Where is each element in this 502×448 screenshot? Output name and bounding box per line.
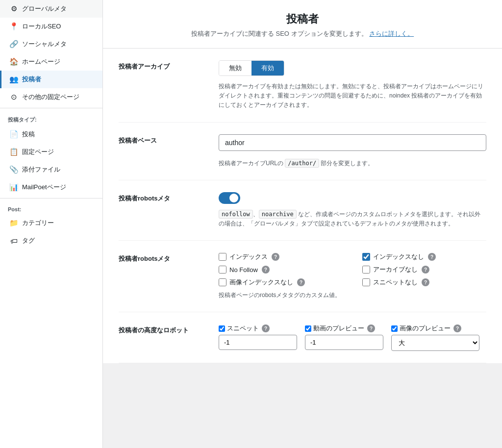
author-robots-meta-label: 投稿者robotsメタ [119, 252, 207, 263]
mailpoet-icon: 📊 [9, 183, 18, 192]
archive-enabled-button[interactable]: 有効 [251, 61, 284, 75]
image-preview-checkbox[interactable] [391, 325, 398, 332]
snippet-help-icon[interactable]: ? [262, 324, 270, 332]
sidebar-item-homepage[interactable]: 🏠 ホームページ [0, 53, 102, 71]
toggle-thumb [229, 194, 238, 202]
author-robots-meta-control: インデックス ? インデックスなし ? No Follow ? [219, 252, 486, 300]
page-subtitle: 投稿者アーカイブに関連する SEO オプションを変更します。 さらに詳しく。 [119, 29, 486, 38]
sidebar-item-label: カテゴリー [22, 219, 54, 227]
video-preview-group: 動画のプレビュー ? [305, 324, 383, 350]
page-wrapper: ⚙ グローバルメタ 📍 ローカルSEO 🔗 ソーシャルメタ 🏠 ホームページ 👥… [0, 0, 502, 448]
noimageindex-label: 画像インデックスなし [229, 278, 293, 287]
robots-meta-description: nofollow、noarchive など、作成者ページのカスタムロボットメタを… [219, 210, 486, 228]
author-robots-toggle-label: 投稿者robotsメタ [119, 192, 207, 203]
image-preview-group: 画像のプレビュー ? なし 標準 大 [391, 324, 479, 351]
post-icon: 📄 [9, 130, 18, 139]
sidebar-item-mailpoet[interactable]: 📊 MailPoetページ [0, 178, 102, 196]
noarchive-checkbox[interactable] [362, 266, 370, 274]
content-area: 投稿者アーカイブ 無効 有効 投稿者アーカイブを有効または無効にします。無効にす… [103, 49, 502, 363]
author-archive-control: 無効 有効 投稿者アーカイブを有効または無効にします。無効にすると、投稿者アーカ… [219, 60, 486, 110]
author-robots-toggle-row: 投稿者robotsメタ nofollow、noarchive など、作成者ページ… [119, 180, 486, 241]
nofollow-code: nofollow [219, 210, 253, 219]
sidebar-item-global-meta[interactable]: ⚙ グローバルメタ [0, 0, 102, 18]
sidebar-item-social-meta[interactable]: 🔗 ソーシャルメタ [0, 35, 102, 53]
snippet-label: スニペット ? [219, 324, 297, 333]
sidebar-item-label: 投稿 [22, 130, 35, 139]
author-robots-toggle-control: nofollow、noarchive など、作成者ページのカスタムロボットメタを… [219, 192, 486, 228]
sidebar-item-label: ローカルSEO [22, 22, 61, 31]
robots-meta-toggle[interactable] [219, 192, 240, 204]
nofollow-label: No Follow [229, 266, 258, 274]
sidebar-item-other-pages[interactable]: ⊙ その他の固定ページ [0, 88, 102, 106]
author-robots-meta-row: 投稿者robotsメタ インデックス ? インデックスなし ? [119, 241, 486, 312]
video-preview-label-text: 動画のプレビュー [313, 324, 364, 333]
home-icon: 🏠 [9, 57, 18, 66]
sidebar-item-categories[interactable]: 📁 カテゴリー [0, 214, 102, 232]
post-types-label: 投稿タイプ: [0, 110, 102, 125]
sidebar-item-label: タグ [22, 236, 35, 245]
robots-checkbox-grid: インデックス ? インデックスなし ? No Follow ? [219, 252, 486, 287]
author-archive-label: 投稿者アーカイブ [119, 60, 207, 71]
sidebar-divider [0, 108, 102, 108]
sidebar-item-posts[interactable]: 📄 投稿 [0, 125, 102, 143]
archive-disabled-button[interactable]: 無効 [219, 61, 251, 75]
nofollow-help-icon[interactable]: ? [262, 266, 270, 274]
video-preview-label: 動画のプレビュー ? [305, 324, 383, 333]
tag-icon: 🏷 [9, 236, 18, 245]
attachment-icon: 📎 [9, 165, 18, 174]
sidebar-item-label: ソーシャルメタ [22, 40, 67, 49]
noindex-checkbox[interactable] [362, 253, 370, 261]
sidebar-item-pages[interactable]: 📋 固定ページ [0, 143, 102, 161]
learn-more-link[interactable]: さらに詳しく。 [369, 30, 414, 37]
sidebar-item-label: 固定ページ [22, 148, 54, 156]
folder-icon: 📁 [9, 219, 18, 227]
image-preview-help-icon[interactable]: ? [453, 324, 461, 332]
page-header: 投稿者 投稿者アーカイブに関連する SEO オプションを変更します。 さらに詳し… [103, 0, 502, 49]
nofollow-checkbox[interactable] [219, 266, 226, 274]
author-base-row: 投稿者ベース 投稿者アーカイブURLの /author/ 部分を変更します。 [119, 123, 486, 180]
sidebar-item-attachments[interactable]: 📎 添付ファイル [0, 161, 102, 178]
toggle-track [219, 192, 240, 204]
noarchive-code: noarchive [259, 210, 297, 219]
sidebar-item-label: MailPoetページ [22, 183, 66, 192]
nosnippet-checkbox[interactable] [362, 278, 370, 286]
archive-description: 投稿者アーカイブを有効または無効にします。無効にすると、投稿者アーカイブはホーム… [219, 82, 486, 110]
index-checkbox[interactable] [219, 253, 226, 261]
advanced-robots-label: 投稿者の高度なロボット [119, 324, 207, 335]
image-preview-select[interactable]: なし 標準 大 [391, 335, 479, 351]
post-label: Post: [0, 200, 102, 214]
gear-icon: ⚙ [9, 4, 18, 13]
author-base-input[interactable] [219, 134, 486, 151]
snippet-checkbox[interactable] [219, 325, 225, 332]
author-base-description: 投稿者アーカイブURLの /author/ 部分を変更します。 [219, 159, 486, 168]
robots-meta-custom-description: 投稿者ページのrobotsメタタグのカスタム値。 [219, 291, 486, 300]
noimageindex-checkbox[interactable] [219, 278, 226, 286]
index-help-icon[interactable]: ? [272, 253, 279, 261]
checkbox-noindex: インデックスなし ? [362, 252, 486, 261]
advanced-robots-control: スニペット ? 動画のプレビュー ? [219, 324, 486, 351]
archive-toggle-group: 無効 有効 [219, 60, 284, 76]
noarchive-help-icon[interactable]: ? [422, 266, 429, 274]
video-preview-help-icon[interactable]: ? [367, 324, 375, 332]
checkbox-nofollow: No Follow ? [219, 265, 343, 274]
snippet-label-text: スニペット [227, 324, 259, 333]
noimageindex-help-icon[interactable]: ? [297, 278, 305, 286]
noindex-help-icon[interactable]: ? [428, 253, 436, 261]
sidebar-item-label: 添付ファイル [22, 165, 60, 174]
nosnippet-help-icon[interactable]: ? [422, 278, 429, 286]
sidebar-item-tags[interactable]: 🏷 タグ [0, 232, 102, 249]
people-icon: 👥 [9, 75, 18, 84]
sidebar-item-author[interactable]: 👥 投稿者 [0, 71, 102, 88]
robots-toggle-wrapper [219, 192, 486, 204]
sidebar-item-local-seo[interactable]: 📍 ローカルSEO [0, 18, 102, 35]
noarchive-label: アーカイブなし [373, 265, 418, 274]
advanced-robots-inputs: スニペット ? 動画のプレビュー ? [219, 324, 486, 351]
video-preview-checkbox[interactable] [305, 325, 311, 332]
sidebar-item-label: 投稿者 [22, 75, 41, 84]
image-preview-label: 画像のプレビュー ? [391, 324, 479, 333]
page-icon: 📋 [9, 148, 18, 156]
snippet-input[interactable] [219, 335, 297, 350]
sidebar-item-label: その他の固定ページ [22, 93, 79, 101]
video-preview-input[interactable] [305, 335, 383, 350]
checkbox-nosnippet: スニペットなし ? [362, 278, 486, 287]
